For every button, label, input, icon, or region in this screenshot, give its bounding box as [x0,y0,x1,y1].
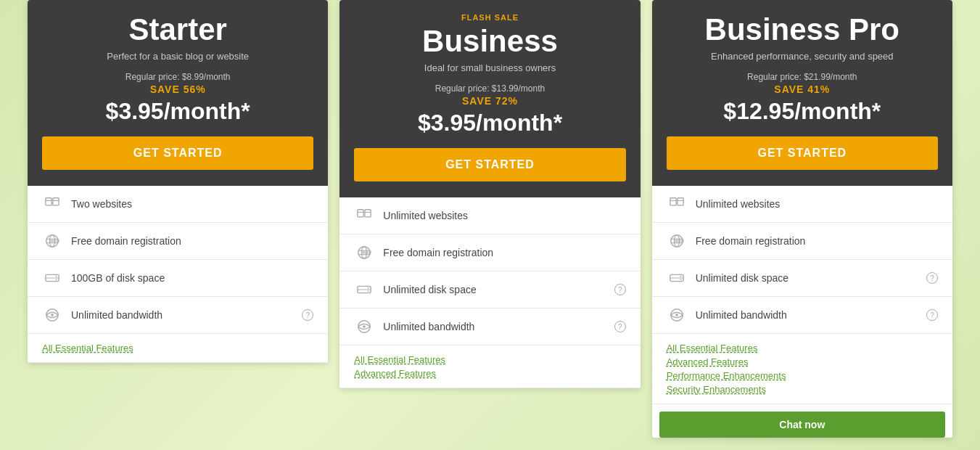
pages-icon [667,194,687,214]
svg-rect-0 [46,198,52,205]
feature-row: WWW Free domain registration [28,223,328,260]
pages-icon [42,194,62,214]
svg-point-41 [680,276,681,277]
help-icon[interactable]: ? [926,272,938,284]
feature-link[interactable]: All Essential Features [354,353,625,367]
feature-row: Unlimited bandwidth? [652,297,952,334]
svg-text:WWW: WWW [362,251,372,255]
feature-link[interactable]: Performance Enhancements [667,369,938,382]
storage-icon [354,279,374,300]
feature-link[interactable]: All Essential Features [42,341,313,355]
feature-row: WWW Free domain registration [339,234,640,271]
feature-row: Unlimited websites [339,197,640,234]
feature-row: Unlimited bandwidth? [339,308,640,345]
bandwidth-icon [354,316,374,337]
feature-row: Unlimited websites [652,186,952,223]
save-text: SAVE 41% [667,83,938,95]
feature-links-row: All Essential FeaturesAdvanced Features [339,345,640,388]
plan-features-starter: Two websites WWW Free domain registratio… [28,186,328,363]
regular-price: Regular price: $8.99/month [42,72,313,82]
feature-text: Unlimited websites [383,210,625,221]
plan-name: Business Pro [667,13,938,46]
save-text: SAVE 72% [354,95,625,107]
plan-name: Business [354,25,625,58]
svg-point-29 [363,325,366,328]
feature-row: Unlimited disk space? [339,271,640,308]
plan-tagline: Ideal for small business owners [354,62,625,73]
cta-button-business[interactable]: GET STARTED [354,148,625,181]
feature-text: Unlimited disk space [696,272,923,284]
feature-row: WWW Free domain registration [652,223,952,260]
plan-card-business-pro: Business ProEnhanced performance, securi… [652,0,952,438]
pricing-container: StarterPerfect for a basic blog or websi… [15,0,965,438]
plan-tagline: Enhanced performance, security and speed [667,51,938,62]
feature-links-row: All Essential FeaturesAdvanced FeaturesP… [652,334,952,404]
plan-tagline: Perfect for a basic blog or website [42,51,313,62]
svg-rect-15 [358,210,363,217]
svg-rect-31 [678,198,683,205]
svg-text:WWW: WWW [674,240,684,243]
svg-point-42 [680,279,681,281]
help-icon[interactable]: ? [614,284,626,295]
feature-text: Free domain registration [383,247,625,258]
domain-icon: WWW [667,231,687,251]
plan-name: Starter [42,13,313,46]
plan-header-business-pro: Business ProEnhanced performance, securi… [652,0,952,186]
plan-features-business: Unlimited websites WWW Free domain regis… [339,197,640,388]
feature-text: Unlimited websites [696,198,938,210]
bandwidth-icon [667,305,687,325]
svg-rect-1 [53,198,59,205]
svg-point-26 [368,287,369,289]
help-icon[interactable]: ? [302,309,313,321]
chat-now-button[interactable]: Chat now [659,412,945,438]
svg-point-44 [675,314,678,316]
feature-row: Unlimited disk space? [652,260,952,297]
feature-text: Unlimited bandwidth [696,309,923,321]
svg-rect-16 [365,210,371,217]
current-price: $12.95/month* [667,98,938,125]
plan-card-starter: StarterPerfect for a basic blog or websi… [28,0,328,363]
svg-rect-30 [670,198,675,205]
cta-button-business-pro[interactable]: GET STARTED [667,136,938,170]
feature-text: Unlimited bandwidth [71,309,299,321]
domain-icon: WWW [354,242,374,263]
plan-features-business-pro: Unlimited websites WWW Free domain regis… [652,186,952,438]
svg-point-11 [56,276,57,277]
plan-card-business: FLASH SALEBusinessIdeal for small busine… [339,0,640,388]
current-price: $3.95/month* [354,110,625,136]
cta-button-starter[interactable]: GET STARTED [42,136,313,170]
feature-row: Two websites [28,186,328,223]
svg-point-27 [368,291,369,292]
svg-point-14 [51,314,54,316]
regular-price: Regular price: $21.99/month [667,72,938,82]
feature-link[interactable]: All Essential Features [667,341,938,355]
pages-icon [354,205,374,226]
feature-text: Two websites [71,198,313,210]
feature-link[interactable]: Advanced Features [354,367,625,380]
current-price: $3.95/month* [42,98,313,125]
help-icon[interactable]: ? [614,321,626,332]
feature-link[interactable]: Security Enhancements [667,382,938,396]
feature-link[interactable]: Advanced Features [667,355,938,369]
svg-point-12 [56,279,57,281]
save-text: SAVE 56% [42,83,313,95]
help-icon[interactable]: ? [926,309,938,321]
storage-icon [42,268,62,288]
feature-text: Unlimited bandwidth [383,321,611,332]
feature-text: 100GB of disk space [71,272,313,284]
feature-row: Unlimited bandwidth? [28,297,328,334]
svg-text:WWW: WWW [50,240,60,243]
feature-row: 100GB of disk space [28,260,328,297]
feature-text: Free domain registration [696,235,938,247]
plan-header-business: FLASH SALEBusinessIdeal for small busine… [339,0,640,197]
storage-icon [667,268,687,288]
regular-price: Regular price: $13.99/month [354,83,625,94]
bandwidth-icon [42,305,62,325]
feature-links-row: All Essential Features [28,334,328,363]
feature-text: Unlimited disk space [383,284,611,295]
flash-sale-badge: FLASH SALE [354,13,625,22]
plan-header-starter: StarterPerfect for a basic blog or websi… [28,0,328,186]
domain-icon: WWW [42,231,62,251]
feature-text: Free domain registration [71,235,313,247]
